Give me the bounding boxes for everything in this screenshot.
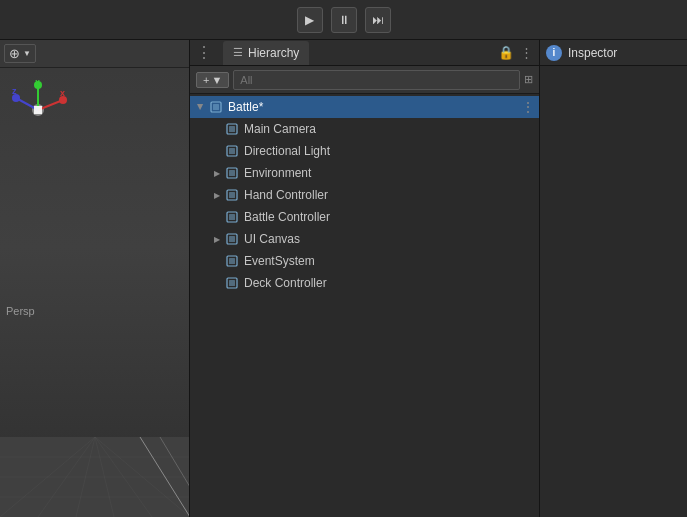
event-system-label: EventSystem: [244, 254, 315, 268]
hierarchy-item-main-camera[interactable]: ▶ Main Camera: [190, 118, 539, 140]
play-button[interactable]: ▶: [297, 7, 323, 33]
ui-canvas-expand-arrow[interactable]: ▶: [210, 232, 224, 246]
hand-controller-label: Hand Controller: [244, 188, 328, 202]
directional-light-icon: [224, 143, 240, 159]
hierarchy-item-event-system[interactable]: ▶ EventSystem: [190, 250, 539, 272]
hierarchy-tab-label: Hierarchy: [248, 46, 299, 60]
main-layout: ⊕ ▼ x y: [0, 40, 687, 517]
ui-canvas-icon: [224, 231, 240, 247]
gizmo-svg: x y z: [8, 80, 68, 140]
svg-rect-30: [229, 170, 235, 176]
hierarchy-tab-icon: ☰: [233, 46, 243, 59]
add-arrow: ▼: [211, 74, 222, 86]
battle-controller-label: Battle Controller: [244, 210, 330, 224]
svg-rect-24: [213, 104, 219, 110]
hierarchy-item-ui-canvas[interactable]: ▶ UI Canvas: [190, 228, 539, 250]
hierarchy-more-icon[interactable]: ⋮: [520, 45, 533, 60]
deck-controller-label: Deck Controller: [244, 276, 327, 290]
hierarchy-lock-icon[interactable]: 🔒: [498, 45, 514, 60]
scene-mode-icon: ⊕: [9, 46, 20, 61]
svg-rect-28: [229, 148, 235, 154]
hierarchy-search-bar: + ▼ ⊞: [190, 66, 539, 94]
svg-rect-36: [229, 236, 235, 242]
hierarchy-item-hand-controller[interactable]: ▶ Hand Controller: [190, 184, 539, 206]
directional-light-label: Directional Light: [244, 144, 330, 158]
svg-rect-26: [229, 126, 235, 132]
hierarchy-item-deck-controller[interactable]: ▶ Deck Controller: [190, 272, 539, 294]
battle-controller-go-icon: [225, 210, 239, 224]
pause-button[interactable]: ⏸: [331, 7, 357, 33]
hierarchy-item-directional-light[interactable]: ▶ Directional Light: [190, 140, 539, 162]
hand-controller-expand-arrow[interactable]: ▶: [210, 188, 224, 202]
scene-sub-toolbar: ⊕ ▼: [0, 40, 189, 68]
inspector-tab-bar: i Inspector: [540, 40, 687, 66]
hierarchy-dots-menu[interactable]: ⋮: [196, 43, 213, 62]
deck-controller-icon: [224, 275, 240, 291]
environment-expand-arrow[interactable]: ▶: [210, 166, 224, 180]
hierarchy-right-icons: 🔒 ⋮: [498, 45, 533, 60]
inspector-tab-label: Inspector: [568, 46, 617, 60]
deck-controller-go-icon: [225, 276, 239, 290]
top-toolbar: ▶ ⏸ ⏭: [0, 0, 687, 40]
ui-canvas-go-icon: [225, 232, 239, 246]
svg-text:z: z: [12, 86, 17, 96]
svg-rect-10: [34, 106, 42, 114]
main-camera-label: Main Camera: [244, 122, 316, 136]
hierarchy-panel: ⋮ ☰ Hierarchy 🔒 ⋮ + ▼ ⊞ ▶: [190, 40, 540, 517]
inspector-icon: i: [546, 45, 562, 61]
hierarchy-tab[interactable]: ☰ Hierarchy: [223, 41, 309, 65]
inspector-content: [540, 66, 687, 517]
persp-label: Persp: [6, 305, 35, 317]
search-expand-icon[interactable]: ⊞: [524, 73, 533, 86]
svg-text:y: y: [35, 80, 40, 86]
svg-text:x: x: [60, 88, 65, 98]
hierarchy-search-input[interactable]: [233, 70, 520, 90]
battle-controller-icon: [224, 209, 240, 225]
hierarchy-tab-bar: ⋮ ☰ Hierarchy 🔒 ⋮: [190, 40, 539, 66]
event-system-icon: [224, 253, 240, 269]
svg-rect-38: [229, 258, 235, 264]
main-camera-go-icon: [225, 122, 239, 136]
floor-svg: [0, 397, 189, 517]
step-button[interactable]: ⏭: [365, 7, 391, 33]
battle-icon: [208, 99, 224, 115]
scene-viewport: x y z Persp: [0, 68, 189, 517]
add-label: +: [203, 74, 209, 86]
battle-go-icon: [209, 100, 223, 114]
svg-rect-34: [229, 214, 235, 220]
environment-icon: [224, 165, 240, 181]
scene-dropdown-1[interactable]: ⊕ ▼: [4, 44, 36, 63]
environment-go-icon: [225, 166, 239, 180]
hierarchy-item-battle[interactable]: ▶ Battle* ⋮: [190, 96, 539, 118]
svg-rect-32: [229, 192, 235, 198]
main-camera-icon: [224, 121, 240, 137]
hierarchy-content: ▶ Battle* ⋮ ▶: [190, 94, 539, 517]
battle-item-options[interactable]: ⋮: [521, 99, 535, 115]
scene-area: ⊕ ▼ x y: [0, 40, 190, 517]
inspector-panel: i Inspector: [540, 40, 687, 517]
ui-canvas-label: UI Canvas: [244, 232, 300, 246]
svg-rect-40: [229, 280, 235, 286]
hand-controller-icon: [224, 187, 240, 203]
environment-label: Environment: [244, 166, 311, 180]
scene-mode-arrow: ▼: [23, 49, 31, 58]
hierarchy-add-button[interactable]: + ▼: [196, 72, 229, 88]
directional-light-go-icon: [225, 144, 239, 158]
battle-expand-arrow[interactable]: ▶: [194, 100, 208, 114]
battle-item-label: Battle*: [228, 100, 263, 114]
event-system-go-icon: [225, 254, 239, 268]
hand-controller-go-icon: [225, 188, 239, 202]
gizmo: x y z: [8, 80, 68, 140]
hierarchy-item-battle-controller[interactable]: ▶ Battle Controller: [190, 206, 539, 228]
hierarchy-item-environment[interactable]: ▶ Environment: [190, 162, 539, 184]
scene-floor: [0, 397, 189, 517]
